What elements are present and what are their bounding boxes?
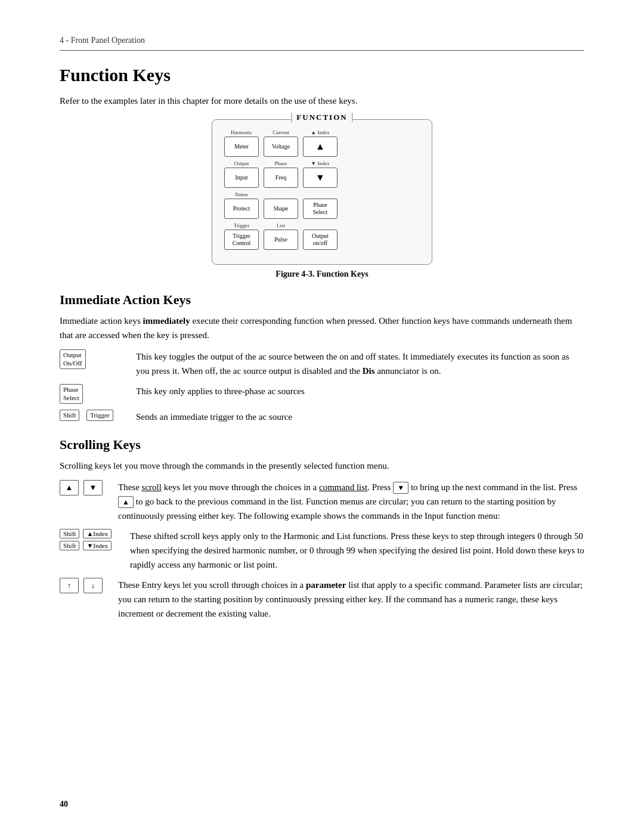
shift-index-row-2: Shift ▼Index bbox=[60, 541, 119, 550]
page-header: 4 - Front Panel Operation bbox=[60, 36, 584, 51]
page: 4 - Front Panel Operation Function Keys … bbox=[0, 0, 644, 833]
immediate-action-intro: Immediate action keys immediately execut… bbox=[60, 314, 584, 342]
col-phase-select: PhaseSelect bbox=[303, 191, 338, 219]
col-output-onoff: Outputon/off bbox=[303, 222, 338, 250]
key-desc-phase-select: PhaseSelect This key only applies to thr… bbox=[60, 384, 584, 404]
figure-caption: Figure 4-3. Function Keys bbox=[275, 270, 368, 279]
immediate-action-title: Immediate Action Keys bbox=[60, 292, 584, 308]
key-trigger-control[interactable]: TriggerControl bbox=[224, 230, 259, 250]
key-desc-text-shift-trigger: Sends an immediate trigger to the ac sou… bbox=[136, 410, 584, 424]
page-number: 40 bbox=[60, 800, 68, 809]
key-desc-output-onoff: OutputOn/Off This key toggles the output… bbox=[60, 349, 584, 378]
key-arrow-down[interactable]: ▼ bbox=[303, 168, 338, 188]
key-entry-up[interactable]: ↑ bbox=[60, 578, 79, 593]
key-freq[interactable]: Freq bbox=[264, 168, 298, 188]
panel-row-1: Harmonic Meter Current Voltage ▲ Index ▲ bbox=[224, 129, 420, 157]
key-tag-index-up: ▲Index bbox=[83, 529, 112, 538]
col-phase: Phase Freq bbox=[264, 160, 298, 188]
scrolling-keys-intro: Scrolling keys let you move through the … bbox=[60, 459, 584, 473]
col-index-down: ▼ Index ▼ bbox=[303, 160, 338, 188]
key-label-shift-trigger: Shift Trigger bbox=[60, 410, 125, 421]
arrow-pair-scroll: ▲ ▼ bbox=[60, 480, 107, 496]
key-tag-trigger: Trigger bbox=[86, 410, 113, 421]
key-protect[interactable]: Protect bbox=[224, 199, 259, 219]
key-shape[interactable]: Shape bbox=[264, 199, 298, 219]
scrolling-keys-title: Scrolling Keys bbox=[60, 437, 584, 453]
key-desc-shift-trigger: Shift Trigger Sends an immediate trigger… bbox=[60, 410, 584, 424]
col-harmonic: Harmonic Meter bbox=[224, 129, 259, 157]
shift-index-col: Shift ▲Index Shift ▼Index bbox=[60, 529, 119, 550]
col-trigger: Trigger TriggerControl bbox=[224, 222, 259, 250]
key-desc-text-phase-select: This key only applies to three-phase ac … bbox=[136, 384, 584, 398]
key-label-phase-select: PhaseSelect bbox=[60, 384, 125, 404]
key-arrow-up[interactable]: ▲ bbox=[303, 137, 338, 157]
inline-key-down: ▼ bbox=[393, 482, 408, 494]
col-current: Current Voltage bbox=[264, 129, 298, 157]
col-shape: Shape bbox=[264, 191, 298, 219]
key-input[interactable]: Input bbox=[224, 168, 259, 188]
arrow-pair-entry: ↑ ↓ bbox=[60, 578, 107, 593]
panel-row-4: Trigger TriggerControl List Pulse Output… bbox=[224, 222, 420, 250]
function-panel: FUNCTION Harmonic Meter Current Voltage … bbox=[212, 119, 432, 265]
col-output: Output Input bbox=[224, 160, 259, 188]
key-desc-entry-arrows: ↑ ↓ These Entry keys let you scroll thro… bbox=[60, 578, 584, 621]
inline-key-up: ▲ bbox=[118, 496, 134, 508]
key-entry-down[interactable]: ↓ bbox=[83, 578, 103, 593]
key-desc-scroll-arrows: ▲ ▼ These scroll keys let you move throu… bbox=[60, 480, 584, 523]
key-desc-shift-index: Shift ▲Index Shift ▼Index These shifted … bbox=[60, 529, 584, 572]
key-label-output-onoff: OutputOn/Off bbox=[60, 349, 125, 369]
key-desc-text-scroll: These scroll keys let you move through t… bbox=[118, 480, 584, 523]
key-output-onoff[interactable]: Outputon/off bbox=[303, 230, 338, 250]
key-pulse[interactable]: Pulse bbox=[264, 230, 298, 250]
key-meter[interactable]: Meter bbox=[224, 137, 259, 157]
shift-index-row-1: Shift ▲Index bbox=[60, 529, 119, 538]
intro-text: Refer to the examples later in this chap… bbox=[60, 96, 584, 106]
key-arrow-up-scroll[interactable]: ▲ bbox=[60, 480, 79, 496]
function-label: FUNCTION bbox=[291, 113, 352, 122]
panel-row-3: Status Protect Shape PhaseSelect bbox=[224, 191, 420, 219]
page-title: Function Keys bbox=[60, 65, 584, 85]
key-tag-output-onoff: OutputOn/Off bbox=[60, 349, 86, 369]
key-arrow-down-scroll[interactable]: ▼ bbox=[83, 480, 103, 496]
key-tag-shift-1: Shift bbox=[60, 529, 79, 538]
key-tag-index-down: ▼Index bbox=[83, 541, 112, 550]
key-tag-phase-select: PhaseSelect bbox=[60, 384, 83, 404]
key-tag-shift: Shift bbox=[60, 410, 79, 421]
panel-row-2: Output Input Phase Freq ▼ Index ▼ bbox=[224, 160, 420, 188]
col-status: Status Protect bbox=[224, 191, 259, 219]
key-tag-shift-2: Shift bbox=[60, 541, 79, 550]
key-desc-text-output-onoff: This key toggles the output of the ac so… bbox=[136, 349, 584, 378]
header-text: 4 - Front Panel Operation bbox=[60, 36, 145, 45]
key-phase-select[interactable]: PhaseSelect bbox=[303, 199, 338, 219]
key-voltage[interactable]: Voltage bbox=[264, 137, 298, 157]
key-desc-text-entry: These Entry keys let you scroll through … bbox=[118, 578, 584, 621]
col-list: List Pulse bbox=[264, 222, 298, 250]
col-index-up: ▲ Index ▲ bbox=[303, 129, 338, 157]
figure-container: FUNCTION Harmonic Meter Current Voltage … bbox=[212, 119, 432, 279]
key-desc-text-shift-index: These shifted scroll keys apply only to … bbox=[130, 529, 584, 572]
